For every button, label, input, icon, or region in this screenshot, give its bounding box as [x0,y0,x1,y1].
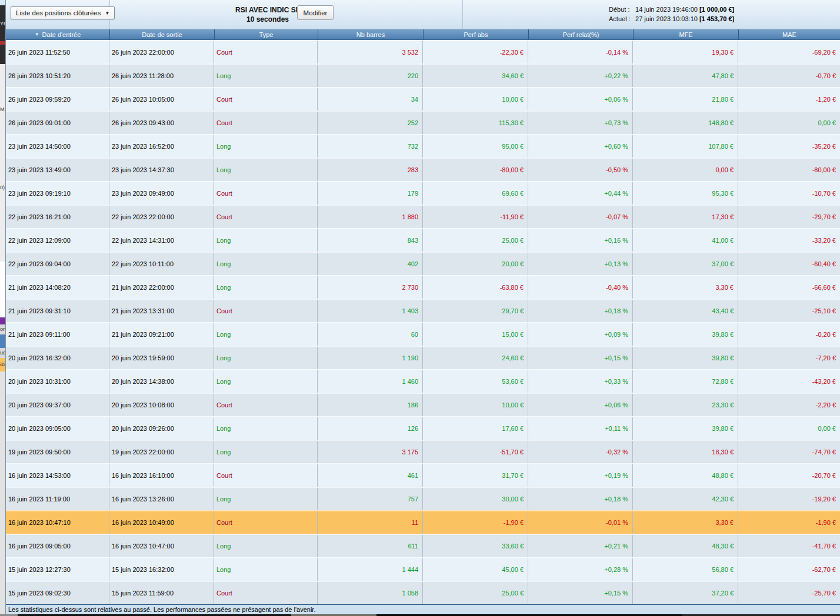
background-fragment: M, [0,64,6,262]
cell-mfe: 39,80 € [633,347,738,369]
cell-mfe: 37,20 € [633,582,738,604]
cell-perf-abs: -11,90 € [423,206,528,228]
cell-exit: 26 juin 2023 10:05:00 [109,88,214,111]
cell-mfe: 3,30 € [633,511,738,534]
disclaimer-text: Les statistiques ci-dessus sont relative… [8,606,315,613]
table-row[interactable]: 21 juin 2023 14:08:2021 juin 2023 22:00:… [6,275,840,299]
cell-perf-rel: +0,16 % [528,229,633,252]
table-row[interactable]: 26 juin 2023 11:52:5026 juin 2023 22:00:… [6,40,840,63]
column-header-date-de-sortie[interactable]: Date de sortie [109,29,214,39]
modify-button[interactable]: Modifier [297,5,334,20]
column-header-mae[interactable]: MAE [738,29,840,39]
cell-entry: 22 juin 2023 16:21:00 [6,206,109,228]
cell-perf-abs: 15,00 € [423,323,528,346]
cell-exit: 19 juin 2023 22:00:00 [109,441,214,463]
background-fragment: ue [0,348,6,358]
table-row[interactable]: 23 juin 2023 14:50:0023 juin 2023 16:52:… [6,134,840,158]
cell-perf-abs: 25,00 € [423,229,528,252]
cell-exit: 16 juin 2023 10:47:00 [109,535,214,557]
cell-type: Long [214,441,318,463]
cell-perf-rel: +0,18 % [528,300,633,322]
background-fragment [0,371,6,616]
cell-exit: 15 juin 2023 16:32:00 [109,558,214,581]
cell-perf-rel: +0,18 % [528,488,633,510]
cell-mfe: 148,80 € [633,112,738,134]
equity-current-line: Actuel : 27 juin 2023 10:03:10 [1 453,70… [609,14,734,24]
cell-type: Court [214,582,318,604]
cell-perf-abs: -1,90 € [423,511,528,534]
cell-perf-rel: +0,13 % [528,253,633,275]
column-header-perf-relat[interactable]: Perf relat(%) [528,29,633,39]
current-datetime: 27 juin 2023 10:03:10 [635,15,698,22]
table-row[interactable]: 16 juin 2023 14:53:0016 juin 2023 16:10:… [6,463,840,487]
cell-perf-rel: +0,19 % [528,464,633,487]
cell-perf-abs: 45,00 € [423,558,528,581]
positions-list-dropdown[interactable]: Liste des positions clôturées ▼ [11,6,115,19]
cell-exit: 26 juin 2023 09:43:00 [109,112,214,134]
cell-bars: 1 403 [318,300,423,322]
table-row[interactable]: 26 juin 2023 10:51:2026 juin 2023 11:28:… [6,63,840,87]
cell-mfe: 72,80 € [633,370,738,393]
column-header-label: Nb barres [356,31,385,38]
cell-bars: 220 [318,65,423,87]
column-header-mfe[interactable]: MFE [633,29,738,39]
table-row[interactable]: 21 juin 2023 09:31:1021 juin 2023 13:31:… [6,299,840,322]
sort-descending-icon: ▼ [35,32,39,37]
table-row[interactable]: 20 juin 2023 16:32:0020 juin 2023 19:59:… [6,346,840,369]
cell-perf-abs: -22,30 € [423,41,528,63]
cell-mfe: 107,80 € [633,135,738,158]
cell-mfe: 23,30 € [633,394,738,416]
cell-perf-rel: -0,14 % [528,41,633,63]
table-row[interactable]: 20 juin 2023 09:05:0020 juin 2023 09:26:… [6,416,840,440]
background-fragment: on [0,324,6,334]
cell-bars: 2 730 [318,276,423,299]
cell-type: Long [214,135,318,158]
cell-bars: 461 [318,464,423,487]
cell-exit: 23 juin 2023 09:49:00 [109,182,214,205]
table-row[interactable]: 19 juin 2023 09:50:0019 juin 2023 22:00:… [6,440,840,463]
cell-type: Long [214,417,318,440]
table-row-selected[interactable]: 16 juin 2023 10:47:1016 juin 2023 10:49:… [6,510,840,534]
table-row[interactable]: 16 juin 2023 11:19:0016 juin 2023 13:26:… [6,487,840,510]
cell-mfe: 21,80 € [633,88,738,111]
cell-type: Long [214,535,318,557]
cell-bars: 757 [318,488,423,510]
table-row[interactable]: 23 juin 2023 09:19:1023 juin 2023 09:49:… [6,181,840,205]
cell-type: Long [214,347,318,369]
background-fragment: 0) [0,183,6,192]
table-row[interactable]: 26 juin 2023 09:01:0026 juin 2023 09:43:… [6,111,840,134]
cell-mfe: 48,80 € [633,464,738,487]
table-row[interactable]: 22 juin 2023 12:09:0022 juin 2023 14:31:… [6,228,840,252]
cell-exit: 22 juin 2023 14:31:00 [109,229,214,252]
table-row[interactable]: 23 juin 2023 13:49:0023 juin 2023 14:37:… [6,158,840,181]
start-equity: [1 000,00 €] [699,6,734,13]
column-header-label: MFE [679,31,692,38]
table-row[interactable]: 20 juin 2023 09:37:0020 juin 2023 10:08:… [6,393,840,416]
column-header-perf-abs[interactable]: Perf abs [423,29,528,39]
chevron-down-icon: ▼ [105,11,109,16]
table-row[interactable]: 20 juin 2023 10:31:0020 juin 2023 14:38:… [6,369,840,393]
cell-entry: 21 juin 2023 09:31:10 [6,300,109,322]
column-header-nb-barres[interactable]: Nb barres [318,29,423,39]
cell-mfe: 56,80 € [633,558,738,581]
column-header-type[interactable]: Type [214,29,318,39]
cell-exit: 26 juin 2023 22:00:00 [109,41,214,63]
table-row[interactable]: 26 juin 2023 09:59:2026 juin 2023 10:05:… [6,87,840,111]
table-row[interactable]: 15 juin 2023 12:27:3015 juin 2023 16:32:… [6,557,840,581]
table-row[interactable]: 15 juin 2023 09:02:3015 juin 2023 11:59:… [6,581,840,604]
current-label: Actuel : [609,14,634,24]
table-row[interactable]: 22 juin 2023 16:21:0022 juin 2023 22:00:… [6,205,840,228]
cell-mfe: 18,30 € [633,441,738,463]
cell-mfe: 48,30 € [633,535,738,557]
cell-perf-abs: 24,60 € [423,347,528,369]
table-row[interactable]: 16 juin 2023 09:05:0016 juin 2023 10:47:… [6,534,840,557]
table-row[interactable]: 22 juin 2023 09:04:0022 juin 2023 10:11:… [6,252,840,275]
column-header-date-d-entr-e[interactable]: ▼Date d'entrée [6,29,109,39]
cell-perf-rel: +0,09 % [528,323,633,346]
cell-type: Long [214,370,318,393]
cell-mae: -2,20 € [738,394,840,416]
cell-mae: -29,70 € [738,206,840,228]
start-label: Début : [609,5,634,14]
table-row[interactable]: 21 juin 2023 09:11:0021 juin 2023 09:21:… [6,322,840,346]
cell-mfe: 43,40 € [633,300,738,322]
